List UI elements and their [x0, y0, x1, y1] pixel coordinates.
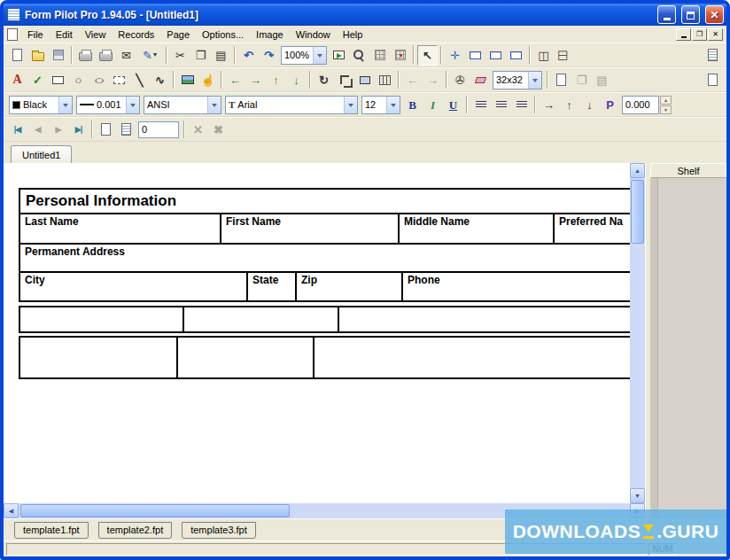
last-record-button[interactable]: ▶|: [68, 120, 89, 140]
menu-file[interactable]: File: [21, 27, 50, 42]
tab-template2[interactable]: template2.fpt: [98, 522, 173, 539]
rectangle-tool-button[interactable]: [48, 70, 68, 90]
font-size-combo[interactable]: 12: [361, 96, 400, 114]
duplicate-record-button[interactable]: [116, 120, 136, 140]
line-tool-button[interactable]: ╲: [129, 70, 150, 90]
spinner-down-button[interactable]: ▼: [660, 105, 672, 114]
columns-button[interactable]: [375, 70, 395, 90]
zoom-dropdown-button[interactable]: [313, 47, 326, 64]
text-direction-button[interactable]: →: [539, 95, 559, 115]
zoom-combo[interactable]: 100%: [281, 46, 327, 65]
raise-text-button[interactable]: ↑: [559, 95, 579, 115]
delete-record-button[interactable]: ✕: [188, 120, 208, 140]
snap-grid-button[interactable]: [390, 45, 410, 66]
copy-button[interactable]: ❐: [190, 45, 211, 66]
nudge-right-button[interactable]: →: [245, 70, 266, 90]
print-preview-button[interactable]: [96, 45, 116, 66]
paste-in-button[interactable]: ▤: [592, 70, 612, 90]
nudge-left-button[interactable]: ←: [225, 70, 245, 90]
fit-page-button[interactable]: [329, 45, 349, 66]
zoom-tool-button[interactable]: [349, 45, 369, 66]
grid-button[interactable]: [369, 45, 390, 66]
align-fields-horizontal-button[interactable]: ◫: [533, 45, 554, 66]
maximize-button[interactable]: [681, 5, 700, 24]
list-field-button[interactable]: [506, 45, 526, 66]
menu-options[interactable]: Options...: [196, 27, 250, 42]
open-button[interactable]: [27, 45, 48, 66]
previous-record-button[interactable]: ◀: [27, 120, 48, 140]
charset-dropdown-button[interactable]: [207, 97, 221, 113]
menu-help[interactable]: Help: [337, 27, 369, 42]
rotate-button[interactable]: ↻: [314, 70, 334, 90]
document-canvas[interactable]: Personal Information Last Name First Nam…: [4, 163, 630, 503]
pen-tool-button[interactable]: ✎▾: [136, 45, 163, 66]
first-record-button[interactable]: |◀: [7, 120, 27, 140]
vertical-scrollbar[interactable]: ▲ ▼: [630, 163, 645, 503]
back-button[interactable]: ←: [402, 70, 423, 90]
new-record-button[interactable]: [96, 120, 116, 140]
redo-button[interactable]: ↷: [259, 45, 279, 66]
font-size-dropdown-button[interactable]: [386, 97, 400, 113]
eraser-button[interactable]: [470, 70, 491, 90]
lower-text-button[interactable]: ↓: [579, 95, 600, 115]
menu-edit[interactable]: Edit: [50, 27, 79, 42]
color-dropdown-button[interactable]: [58, 97, 72, 113]
copy-out-button[interactable]: ❐: [571, 70, 592, 90]
align-center-button[interactable]: [491, 95, 511, 115]
align-fields-vertical-button[interactable]: ◫: [554, 45, 574, 66]
menu-page[interactable]: Page: [160, 27, 196, 42]
mdi-restore-button[interactable]: ❐: [692, 28, 707, 41]
cut-button[interactable]: ✂: [170, 45, 190, 66]
curve-tool-button[interactable]: ∿: [150, 70, 170, 90]
scroll-left-button[interactable]: ◀: [4, 503, 19, 518]
crop-button[interactable]: [334, 70, 354, 90]
form-settings-button[interactable]: [703, 45, 723, 66]
align-left-button[interactable]: [470, 95, 491, 115]
spacing-spinner[interactable]: 0.000 ▲ ▼: [622, 96, 672, 114]
horizontal-scroll-thumb[interactable]: [20, 504, 290, 517]
underline-button[interactable]: U: [443, 95, 463, 115]
vertical-scroll-thumb[interactable]: [631, 180, 644, 244]
nudge-up-button[interactable]: ↑: [266, 70, 286, 90]
mdi-minimize-button[interactable]: [676, 28, 691, 41]
line-width-dropdown-button[interactable]: [126, 97, 139, 113]
tab-template1[interactable]: template1.fpt: [14, 522, 89, 539]
pan-tool-button[interactable]: ☝: [198, 70, 218, 90]
edit-field-button[interactable]: [485, 45, 506, 66]
print-button[interactable]: [75, 45, 96, 66]
menu-records[interactable]: Records: [112, 27, 160, 42]
page-setup-button[interactable]: [703, 70, 723, 90]
document-tab[interactable]: Untitled1: [11, 145, 72, 163]
ellipse-tool-button[interactable]: ○: [89, 70, 109, 90]
region-select-button[interactable]: [109, 70, 129, 90]
paragraph-button[interactable]: P: [600, 95, 620, 115]
charset-combo[interactable]: ANSI: [144, 96, 221, 114]
undo-button[interactable]: ↶: [238, 45, 259, 66]
menu-view[interactable]: View: [79, 27, 113, 42]
font-combo[interactable]: T Arial: [225, 96, 358, 114]
text-field-button[interactable]: [465, 45, 485, 66]
scroll-up-button[interactable]: ▲: [630, 163, 645, 178]
shelf-body[interactable]: [650, 178, 726, 518]
text-tool-button[interactable]: A: [7, 70, 27, 90]
italic-button[interactable]: I: [423, 95, 443, 115]
pointer-tool-button[interactable]: ↖: [417, 45, 438, 66]
fill-rect-button[interactable]: [354, 70, 375, 90]
nudge-down-button[interactable]: ↓: [286, 70, 307, 90]
check-tool-button[interactable]: ✓: [27, 70, 48, 90]
email-button[interactable]: ✉: [116, 45, 136, 66]
font-dropdown-button[interactable]: [344, 97, 357, 113]
save-button[interactable]: [48, 45, 68, 66]
image-tool-button[interactable]: [177, 70, 198, 90]
next-record-button[interactable]: ▶: [48, 120, 68, 140]
align-right-button[interactable]: [511, 95, 532, 115]
menu-image[interactable]: Image: [250, 27, 290, 42]
bold-button[interactable]: B: [402, 95, 423, 115]
scroll-down-button[interactable]: ▼: [630, 488, 645, 503]
attach-button[interactable]: ✇: [450, 70, 470, 90]
line-width-combo[interactable]: 0.001: [76, 96, 140, 114]
circle-tool-button[interactable]: ○: [68, 70, 89, 90]
spinner-up-button[interactable]: ▲: [660, 96, 672, 105]
close-button[interactable]: ✕: [705, 5, 724, 24]
shelf-header[interactable]: Shelf: [650, 163, 726, 178]
